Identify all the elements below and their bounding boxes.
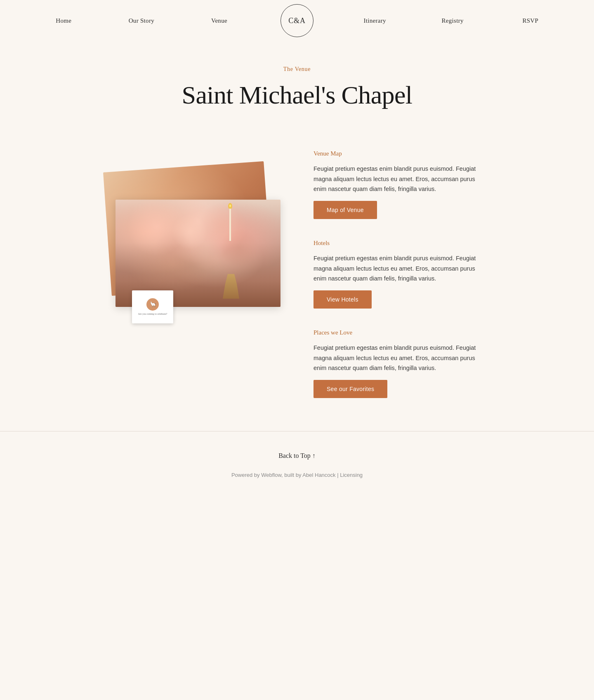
see-our-favorites-button[interactable]: See our Favorites <box>314 380 387 398</box>
nav-item-rsvp[interactable]: RSVP <box>491 17 569 24</box>
nav-item-registry[interactable]: Registry <box>414 17 492 24</box>
venue-map-section: Venue Map Feugiat pretium egestas enim b… <box>314 150 487 219</box>
small-info-card: 🦙 Are you coming to celebrate? <box>132 290 173 323</box>
nav-item-home[interactable]: Home <box>25 17 103 24</box>
main-content: 🦙 Are you coming to celebrate? Venue Map… <box>91 150 503 398</box>
nav-link-venue[interactable]: Venue <box>211 17 227 24</box>
places-we-love-heading: Places we Love <box>314 329 487 336</box>
hotels-heading: Hotels <box>314 240 487 247</box>
goblet-decoration <box>223 274 239 299</box>
nav-item-our-story[interactable]: Our Story <box>103 17 181 24</box>
small-card-text: Are you coming to celebrate? <box>138 312 167 316</box>
logo-text: C&A <box>288 16 306 25</box>
nav-link-registry[interactable]: Registry <box>442 17 464 24</box>
nav-links: Home Our Story Venue C&A Itinerary Regis… <box>25 4 569 37</box>
places-we-love-section: Places we Love Feugiat pretium egestas e… <box>314 329 487 398</box>
nav-item-venue[interactable]: Venue <box>180 17 258 24</box>
nav-link-rsvp[interactable]: RSVP <box>522 17 538 24</box>
logo-container[interactable]: C&A <box>258 4 336 37</box>
footer-credits: Powered by Webflow, built by Abel Hancoc… <box>8 472 586 478</box>
map-of-venue-button[interactable]: Map of Venue <box>314 201 377 219</box>
back-to-top-link[interactable]: Back to Top ↑ <box>8 452 586 460</box>
nav-link-home[interactable]: Home <box>56 17 71 24</box>
venue-map-heading: Venue Map <box>314 150 487 157</box>
venue-label: The Venue <box>8 66 586 73</box>
view-hotels-button[interactable]: View Hotels <box>314 290 372 309</box>
hotels-body: Feugiat pretium egestas enim blandit pur… <box>314 253 487 284</box>
footer: Back to Top ↑ Powered by Webflow, built … <box>0 431 594 495</box>
nav-link-itinerary[interactable]: Itinerary <box>363 17 386 24</box>
venue-map-body: Feugiat pretium egestas enim blandit pur… <box>314 164 487 194</box>
logo-circle: C&A <box>280 4 314 37</box>
places-we-love-body: Feugiat pretium egestas enim blandit pur… <box>314 343 487 373</box>
hero-section: The Venue Saint Michael's Chapel <box>0 41 594 125</box>
navbar: Home Our Story Venue C&A Itinerary Regis… <box>0 0 594 41</box>
right-content: Venue Map Feugiat pretium egestas enim b… <box>314 150 487 398</box>
nav-item-itinerary[interactable]: Itinerary <box>336 17 414 24</box>
venue-title: Saint Michael's Chapel <box>8 81 586 109</box>
small-card-icon: 🦙 <box>146 298 159 311</box>
hotels-section: Hotels Feugiat pretium egestas enim blan… <box>314 240 487 309</box>
footer-credits-text: Powered by Webflow, built by Abel Hancoc… <box>231 472 363 478</box>
candle-decoration <box>229 208 231 241</box>
nav-link-our-story[interactable]: Our Story <box>129 17 154 24</box>
image-stack: 🦙 Are you coming to celebrate? <box>107 167 280 340</box>
